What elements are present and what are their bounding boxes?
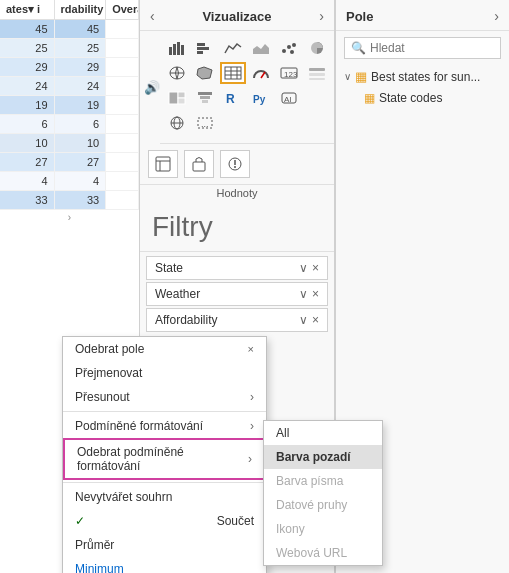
line-chart-icon[interactable] bbox=[220, 37, 246, 59]
py-visual-icon[interactable]: Py bbox=[248, 87, 274, 109]
menu-item-conditional-format[interactable]: Podmíněné formátování › bbox=[63, 414, 266, 438]
submenu-item-data-bars[interactable]: Datové pruhy bbox=[264, 493, 382, 517]
card-icon[interactable]: 123 bbox=[276, 62, 302, 84]
menu-item-no-summary-label: Nevytvářet souhrn bbox=[75, 490, 172, 504]
menu-item-close-icon[interactable]: × bbox=[248, 343, 254, 355]
fields-arrow-icon[interactable]: › bbox=[494, 8, 499, 24]
scatter-chart-icon[interactable] bbox=[276, 37, 302, 59]
menu-item-min[interactable]: Minimum bbox=[63, 557, 266, 573]
menu-item-no-summary[interactable]: Nevytvářet souhrn bbox=[63, 485, 266, 509]
globe-icon[interactable] bbox=[164, 112, 190, 134]
filter-dropdown-icon[interactable]: ∨ bbox=[299, 313, 308, 327]
submenu-item-icons[interactable]: Ikony bbox=[264, 517, 382, 541]
cell-afford: 4 bbox=[55, 172, 107, 190]
scroll-indicator: › bbox=[0, 210, 139, 225]
table-row: 24 24 bbox=[0, 77, 139, 96]
menu-item-remove-cond-label: Odebrat podmíněné formátování bbox=[77, 445, 248, 473]
field-tree-child[interactable]: ▦ State codes bbox=[336, 88, 509, 108]
table-row: 25 25 bbox=[0, 39, 139, 58]
pie-chart-icon[interactable] bbox=[304, 37, 330, 59]
viz-forward-arrow[interactable]: › bbox=[319, 8, 324, 24]
format-tool-btn[interactable] bbox=[184, 150, 214, 178]
filter-close-icon[interactable]: × bbox=[312, 261, 319, 275]
menu-item-move[interactable]: Přesunout › bbox=[63, 385, 266, 409]
field-tree-root[interactable]: ∨ ▦ Best states for sun... bbox=[336, 65, 509, 88]
menu-item-sum[interactable]: ✓ Součet bbox=[63, 509, 266, 533]
custom-visual-icon[interactable]: ... bbox=[192, 112, 218, 134]
filter-dropdown-icon[interactable]: ∨ bbox=[299, 261, 308, 275]
cell-overall bbox=[106, 134, 139, 152]
fields-search-box[interactable]: 🔍 bbox=[344, 37, 501, 59]
table-row: 6 6 bbox=[0, 115, 139, 134]
area-chart-icon[interactable] bbox=[248, 37, 274, 59]
slicer-icon[interactable] bbox=[304, 62, 330, 84]
analytics-tool-btn[interactable] bbox=[220, 150, 250, 178]
cell-afford: 27 bbox=[55, 153, 107, 171]
svg-rect-6 bbox=[197, 51, 203, 54]
search-input[interactable] bbox=[370, 41, 494, 55]
cell-overall bbox=[106, 153, 139, 171]
gauge-icon[interactable] bbox=[248, 62, 274, 84]
menu-item-remove-field[interactable]: Odebrat pole × bbox=[63, 337, 266, 361]
menu-item-cond-format-label: Podmíněné formátování bbox=[75, 419, 203, 433]
viz-back-arrow[interactable]: ‹ bbox=[150, 8, 155, 24]
svg-rect-27 bbox=[178, 92, 185, 98]
svg-rect-30 bbox=[200, 96, 210, 99]
menu-item-remove-cond-arrow: › bbox=[248, 452, 252, 466]
filter-dropdown-icon[interactable]: ∨ bbox=[299, 287, 308, 301]
menu-item-rename-label: Přejmenovat bbox=[75, 366, 142, 380]
cell-afford: 25 bbox=[55, 39, 107, 57]
filter-field-weather-icons: ∨ × bbox=[299, 287, 319, 301]
cell-state: 29 bbox=[0, 58, 55, 76]
filled-map-icon[interactable] bbox=[192, 62, 218, 84]
submenu-font-color-label: Barva písma bbox=[276, 474, 343, 488]
svg-line-20 bbox=[261, 72, 265, 78]
funnel-icon[interactable] bbox=[192, 87, 218, 109]
menu-separator-2 bbox=[63, 482, 266, 483]
filter-field-weather[interactable]: Weather ∨ × bbox=[146, 282, 328, 306]
submenu-item-web-url[interactable]: Webová URL bbox=[264, 541, 382, 565]
svg-point-47 bbox=[234, 166, 236, 168]
filter-field-state-label: State bbox=[155, 261, 183, 275]
cell-afford: 24 bbox=[55, 77, 107, 95]
filter-field-state[interactable]: State ∨ × bbox=[146, 256, 328, 280]
check-icon: ✓ bbox=[75, 514, 85, 528]
fields-title: Pole bbox=[346, 9, 373, 24]
menu-separator-1 bbox=[63, 411, 266, 412]
svg-rect-31 bbox=[202, 100, 208, 103]
menu-item-cond-format-arrow: › bbox=[250, 419, 254, 433]
submenu-bg-color-label: Barva pozadí bbox=[276, 450, 351, 464]
column-chart-icon[interactable] bbox=[192, 37, 218, 59]
svg-rect-0 bbox=[169, 47, 172, 55]
table-icon: ▦ bbox=[355, 69, 367, 84]
ai-visual-icon[interactable]: AI bbox=[276, 87, 302, 109]
filter-field-affordability[interactable]: Affordability ∨ × bbox=[146, 308, 328, 332]
submenu-item-all[interactable]: All bbox=[264, 421, 382, 445]
r-visual-icon[interactable]: R bbox=[220, 87, 246, 109]
filter-close-icon[interactable]: × bbox=[312, 287, 319, 301]
filter-field-afford-icons: ∨ × bbox=[299, 313, 319, 327]
col-header-afford: rdability bbox=[55, 0, 107, 19]
menu-item-remove-conditional[interactable]: Odebrat podmíněné formátování › bbox=[63, 438, 266, 480]
viz-icons-row-4: ... bbox=[164, 112, 330, 134]
menu-item-rename[interactable]: Přejmenovat bbox=[63, 361, 266, 385]
svg-rect-24 bbox=[309, 73, 325, 76]
svg-point-9 bbox=[287, 45, 291, 49]
field-tree-root-label: Best states for sun... bbox=[371, 70, 480, 84]
viz-toolbar bbox=[140, 144, 334, 185]
cell-overall bbox=[106, 115, 139, 133]
submenu-item-font-color[interactable]: Barva písma bbox=[264, 469, 382, 493]
bar-chart-icon[interactable] bbox=[164, 37, 190, 59]
fields-tool-btn[interactable] bbox=[148, 150, 178, 178]
svg-rect-44 bbox=[193, 162, 205, 171]
submenu-web-url-label: Webová URL bbox=[276, 546, 347, 560]
table-row: 45 45 bbox=[0, 20, 139, 39]
table-matrix-icon[interactable] bbox=[220, 62, 246, 84]
menu-item-avg-label: Průměr bbox=[75, 538, 114, 552]
filter-close-icon[interactable]: × bbox=[312, 313, 319, 327]
treemap-icon[interactable] bbox=[164, 87, 190, 109]
submenu-item-bg-color[interactable]: Barva pozadí bbox=[264, 445, 382, 469]
viz-icons-row-1 bbox=[164, 37, 330, 59]
map-icon[interactable] bbox=[164, 62, 190, 84]
menu-item-avg[interactable]: Průměr bbox=[63, 533, 266, 557]
